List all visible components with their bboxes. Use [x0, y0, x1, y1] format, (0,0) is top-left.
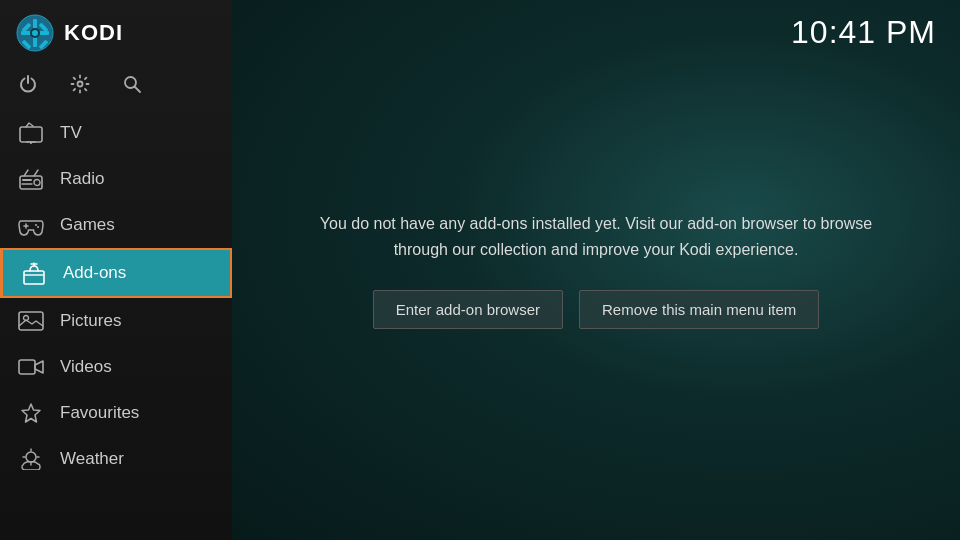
sidebar-item-favourites-label: Favourites [60, 403, 139, 423]
svg-point-10 [32, 30, 38, 36]
sidebar-header: KODI [0, 0, 232, 66]
sidebar-item-addons-label: Add-ons [63, 263, 126, 283]
videos-icon [18, 354, 44, 380]
addons-icon [21, 260, 47, 286]
svg-point-23 [35, 224, 37, 226]
svg-rect-17 [20, 176, 42, 189]
svg-rect-19 [22, 179, 32, 181]
power-icon[interactable] [16, 72, 40, 96]
sidebar-item-videos[interactable]: Videos [0, 344, 232, 390]
sidebar-item-tv-label: TV [60, 123, 82, 143]
sidebar-item-addons[interactable]: Add-ons [0, 248, 232, 298]
svg-line-13 [135, 87, 141, 93]
content-area: You do not have any add-ons installed ye… [232, 0, 960, 540]
sidebar-toolbar [0, 66, 232, 110]
sidebar-item-weather-label: Weather [60, 449, 124, 469]
svg-point-24 [37, 226, 39, 228]
sidebar-item-games-label: Games [60, 215, 115, 235]
action-buttons: Enter add-on browser Remove this main me… [373, 290, 820, 329]
sidebar-item-videos-label: Videos [60, 357, 112, 377]
app-title: KODI [64, 20, 123, 46]
clock-display: 10:41 PM [791, 14, 936, 51]
sidebar-item-favourites[interactable]: Favourites [0, 390, 232, 436]
sidebar: KODI [0, 0, 232, 540]
radio-icon [18, 166, 44, 192]
sidebar-item-radio-label: Radio [60, 169, 104, 189]
games-icon [18, 212, 44, 238]
kodi-logo-icon [16, 14, 54, 52]
settings-icon[interactable] [68, 72, 92, 96]
svg-rect-4 [39, 31, 49, 35]
pictures-icon [18, 308, 44, 334]
remove-menu-item-button[interactable]: Remove this main menu item [579, 290, 819, 329]
sidebar-item-radio[interactable]: Radio [0, 156, 232, 202]
svg-rect-2 [33, 37, 37, 47]
main-content: 10:41 PM You do not have any add-ons ins… [232, 0, 960, 540]
sidebar-item-weather[interactable]: Weather [0, 436, 232, 482]
svg-rect-1 [33, 19, 37, 29]
search-icon[interactable] [120, 72, 144, 96]
sidebar-item-pictures[interactable]: Pictures [0, 298, 232, 344]
svg-rect-30 [19, 360, 35, 374]
sidebar-item-games[interactable]: Games [0, 202, 232, 248]
sidebar-item-pictures-label: Pictures [60, 311, 121, 331]
svg-point-31 [26, 452, 36, 462]
app-container: KODI [0, 0, 960, 540]
sidebar-item-tv[interactable]: TV [0, 110, 232, 156]
svg-point-18 [34, 180, 40, 186]
svg-rect-25 [24, 271, 44, 284]
favourites-icon [18, 400, 44, 426]
svg-point-11 [78, 82, 83, 87]
svg-rect-14 [20, 127, 42, 142]
sidebar-nav: TV Radio [0, 110, 232, 540]
svg-rect-3 [21, 31, 31, 35]
svg-rect-28 [19, 312, 43, 330]
enter-addon-browser-button[interactable]: Enter add-on browser [373, 290, 563, 329]
weather-icon [18, 446, 44, 472]
tv-icon [18, 120, 44, 146]
main-message: You do not have any add-ons installed ye… [296, 211, 896, 262]
